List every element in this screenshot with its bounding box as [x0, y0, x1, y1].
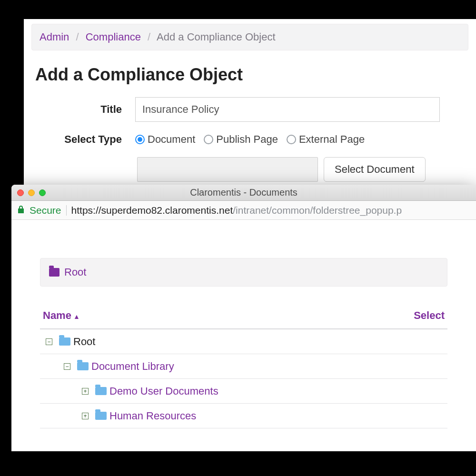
expand-icon[interactable]: +	[82, 413, 89, 419]
column-name[interactable]: Name▲	[43, 309, 80, 322]
breadcrumb-separator: /	[76, 31, 79, 43]
url-path: /intranet/common/folderstree_popup.p	[233, 205, 402, 216]
tree-node-root[interactable]: Root	[73, 336, 95, 348]
tree-row-demo-user-documents: + Demo User Documents	[40, 379, 447, 404]
tree-row-root: − Root	[40, 329, 447, 354]
column-select: Select	[414, 309, 445, 322]
expand-icon[interactable]: +	[82, 388, 89, 395]
url-host: https://superdemo82.claromentis.net	[71, 205, 233, 216]
tree-node-document-library[interactable]: Document Library	[91, 360, 174, 373]
address-separator	[66, 205, 67, 216]
breadcrumb-compliance[interactable]: Compliance	[86, 31, 141, 43]
folder-icon	[95, 412, 107, 420]
sort-asc-icon: ▲	[73, 313, 80, 320]
table-header: Name▲ Select	[40, 309, 447, 329]
title-label: Title	[35, 103, 135, 116]
radio-external-page[interactable]: External Page	[287, 133, 365, 146]
radio-publish-page[interactable]: Publish Page	[204, 133, 278, 146]
type-label: Select Type	[35, 133, 135, 146]
title-input[interactable]	[135, 97, 440, 122]
tree-row-more	[40, 428, 447, 451]
tree-row-human-resources: + Human Resources	[40, 404, 447, 428]
breadcrumb-current: Add a Compliance Object	[157, 31, 275, 43]
folder-icon	[49, 268, 60, 277]
window-title: Claromentis - Documents	[11, 187, 476, 198]
selected-document-display	[137, 157, 318, 182]
radio-icon	[135, 135, 145, 144]
lock-icon	[17, 205, 25, 216]
radio-external-page-label: External Page	[299, 133, 365, 146]
collapse-icon[interactable]: −	[64, 363, 70, 370]
radio-document[interactable]: Document	[135, 133, 195, 146]
tree-row-document-library: − Document Library	[40, 354, 447, 379]
folder-icon	[77, 362, 89, 370]
document-picker-window: Claromentis - Documents Secure https://s…	[11, 185, 476, 451]
radio-icon	[204, 135, 213, 144]
select-document-button[interactable]: Select Document	[324, 157, 426, 182]
folder-icon	[59, 337, 70, 346]
breadcrumb-separator: /	[148, 31, 150, 43]
address-url[interactable]: https://superdemo82.claromentis.net/intr…	[71, 205, 402, 216]
root-label: Root	[64, 266, 86, 278]
radio-publish-page-label: Publish Page	[216, 133, 278, 146]
select-document-row: Select Document	[137, 157, 476, 182]
breadcrumb: Admin / Compliance / Add a Compliance Ob…	[31, 24, 468, 50]
breadcrumb-admin[interactable]: Admin	[40, 31, 69, 43]
radio-document-label: Document	[148, 133, 195, 146]
radio-icon	[287, 135, 296, 144]
secure-label: Secure	[30, 205, 61, 216]
tree-node-demo-user-documents[interactable]: Demo User Documents	[109, 385, 218, 397]
folder-tree: − Root − Document Library + Demo User Do…	[40, 329, 447, 451]
collapse-icon[interactable]: −	[46, 338, 52, 345]
form-row-type: Select Type Document Publish Page Extern…	[35, 133, 465, 146]
root-breadcrumb[interactable]: Root	[40, 258, 447, 287]
folder-icon	[95, 387, 107, 395]
page-title: Add a Compliance Object	[35, 65, 465, 85]
window-titlebar: Claromentis - Documents	[11, 185, 476, 201]
browser-address-bar: Secure https://superdemo82.claromentis.n…	[11, 201, 476, 220]
tree-node-human-resources[interactable]: Human Resources	[109, 410, 196, 422]
form-row-title: Title	[35, 97, 465, 122]
